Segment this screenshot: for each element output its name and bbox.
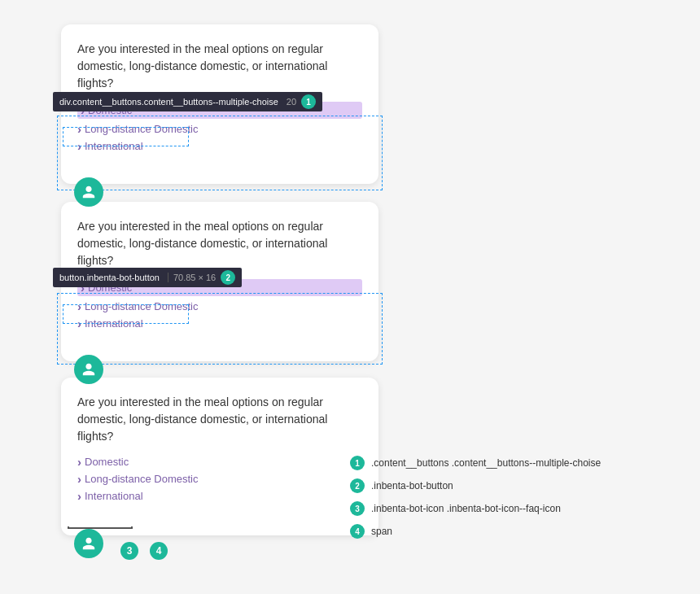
legend-item-4: 4 span <box>350 524 601 539</box>
cursor-line-left <box>68 526 100 529</box>
legend-badge-1: 1 <box>350 456 365 470</box>
overlay-bar-1-text: div.content__buttons.content__buttons--m… <box>59 97 278 107</box>
overlay-badge-2: 2 <box>221 270 235 285</box>
badge-3: 3 <box>120 542 138 560</box>
option-domestic-3[interactable]: Domestic <box>77 455 362 469</box>
option-longdistance-2[interactable]: Long-distance Domestic <box>77 299 362 313</box>
overlay-bar-1: div.content__buttons.content__buttons--m… <box>53 92 322 111</box>
cursor-selection <box>68 526 133 529</box>
card-1-text: Are you interested in the meal options o… <box>77 41 362 92</box>
option-international-3[interactable]: International <box>77 489 362 503</box>
option-international-1[interactable]: International <box>77 139 362 153</box>
card-3-text: Are you interested in the meal options o… <box>77 394 362 445</box>
overlay-bar-2: button.inbenta-bot-button 70.85 × 16 2 <box>53 268 242 287</box>
avatar-1 <box>74 177 103 207</box>
option-longdistance-1[interactable]: Long-distance Domestic <box>77 122 362 136</box>
legend-label-1: .content__buttons .content__buttons--mul… <box>371 457 601 469</box>
legend-badge-2: 2 <box>350 478 365 493</box>
chat-card-3: Are you interested in the meal options o… <box>61 378 378 535</box>
option-longdistance-3[interactable]: Long-distance Domestic <box>77 472 362 486</box>
overlay-bar-2-size: 70.85 × 16 <box>168 273 216 282</box>
legend-item-3: 3 .inbenta-bot-icon .inbenta-bot-icon--f… <box>350 501 601 516</box>
legend-label-4: span <box>371 526 392 537</box>
card-2-text: Are you interested in the meal options o… <box>77 218 362 269</box>
overlay-bar-1-suffix: 20 <box>287 97 296 107</box>
legend-label-2: .inbenta-bot-button <box>371 480 453 491</box>
option-international-2[interactable]: International <box>77 317 362 330</box>
legend-badge-4: 4 <box>350 524 365 539</box>
card-3-options: Domestic Long-distance Domestic Internat… <box>77 455 362 503</box>
legend-label-3: .inbenta-bot-icon .inbenta-bot-icon--faq… <box>371 503 561 514</box>
legend-badge-3: 3 <box>350 501 365 516</box>
overlay-badge-1: 1 <box>301 94 316 109</box>
badge-4: 4 <box>150 542 168 560</box>
avatar-2 <box>74 355 103 384</box>
cursor-line-right <box>100 526 133 529</box>
bottom-badges: 3 4 <box>120 542 168 560</box>
legend-item-1: 1 .content__buttons .content__buttons--m… <box>350 456 601 470</box>
overlay-bar-2-text: button.inbenta-bot-button <box>59 273 160 282</box>
legend: 1 .content__buttons .content__buttons--m… <box>350 456 601 539</box>
legend-item-2: 2 .inbenta-bot-button <box>350 478 601 493</box>
avatar-3 <box>74 529 103 558</box>
